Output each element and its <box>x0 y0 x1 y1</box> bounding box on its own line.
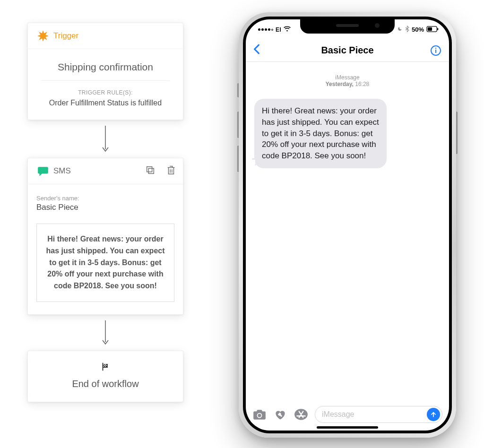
info-button[interactable] <box>427 45 441 56</box>
sms-card-header: SMS <box>28 158 183 184</box>
carrier-label: EI <box>276 26 281 33</box>
svg-rect-15 <box>428 27 432 30</box>
svg-rect-10 <box>104 365 105 366</box>
sms-header-label: SMS <box>53 166 71 176</box>
sms-card[interactable]: SMS Sender's name: Basic Piece Hi there!… <box>27 158 183 315</box>
message-input[interactable]: iMessage <box>315 406 442 423</box>
svg-rect-11 <box>106 365 107 366</box>
svg-rect-13 <box>105 366 106 367</box>
home-indicator[interactable] <box>317 426 378 429</box>
trigger-rules-caption: TRIGGER RULE(S): <box>36 89 174 96</box>
svg-point-19 <box>435 47 436 48</box>
svg-rect-12 <box>103 366 104 367</box>
arrow-connector-icon <box>27 125 183 154</box>
sender-caption: Sender's name: <box>36 195 174 202</box>
app-store-button[interactable] <box>294 407 308 422</box>
svg-marker-0 <box>37 30 49 42</box>
send-button[interactable] <box>427 408 440 421</box>
arrow-connector-icon <box>27 319 183 347</box>
bluetooth-icon <box>405 26 409 34</box>
trigger-header-label: Trigger <box>53 31 78 41</box>
camera-button[interactable] <box>252 407 267 422</box>
moon-icon <box>397 26 403 33</box>
messages-nav-bar: Basic Piece <box>246 39 449 62</box>
signal-icon <box>258 28 273 31</box>
burst-icon <box>36 30 50 42</box>
incoming-message-bubble[interactable]: Hi there! Great news: your order has jus… <box>254 99 387 168</box>
duplicate-button[interactable] <box>145 165 156 177</box>
message-composer: iMessage <box>246 406 449 426</box>
battery-pct-label: 50% <box>412 26 424 33</box>
wifi-icon <box>284 26 291 33</box>
back-button[interactable] <box>253 43 268 58</box>
phone-notch <box>300 19 395 34</box>
digital-touch-button[interactable] <box>273 407 287 422</box>
svg-rect-3 <box>147 167 152 172</box>
message-text: Hi there! Great news: your order has jus… <box>262 106 379 160</box>
end-label: End of workflow <box>36 379 174 389</box>
phone-mockup: EI 15:26 <box>239 12 456 438</box>
workflow-column: Trigger Shipping confirmation TRIGGER RU… <box>27 23 183 402</box>
sms-message-text: Hi there! Great news: your order has jus… <box>44 233 166 292</box>
flag-icon <box>36 362 174 372</box>
svg-point-21 <box>258 414 261 417</box>
trigger-card[interactable]: Trigger Shipping confirmation TRIGGER RU… <box>27 23 183 120</box>
trigger-card-header: Trigger <box>28 23 183 49</box>
trigger-title: Shipping confirmation <box>36 61 174 73</box>
battery-icon <box>426 26 439 34</box>
divider <box>41 80 170 81</box>
message-input-placeholder: iMessage <box>322 410 354 419</box>
thread-timestamp: iMessage Yesterday, 16:28 <box>254 74 441 87</box>
message-thread[interactable]: iMessage Yesterday, 16:28 Hi there! Grea… <box>246 62 449 168</box>
svg-rect-8 <box>103 364 104 365</box>
delete-button[interactable] <box>166 165 176 177</box>
speech-bubble-icon <box>36 165 50 177</box>
trigger-rule-text: Order Fulfillment Status is fulfilled <box>36 99 174 107</box>
svg-rect-9 <box>105 364 106 365</box>
end-card: End of workflow <box>27 351 183 402</box>
conversation-title: Basic Piece <box>268 45 427 56</box>
svg-rect-2 <box>148 168 154 173</box>
sms-message-frame[interactable]: Hi there! Great news: your order has jus… <box>36 224 174 302</box>
sender-name: Basic Piece <box>36 203 174 212</box>
svg-rect-16 <box>437 28 438 30</box>
